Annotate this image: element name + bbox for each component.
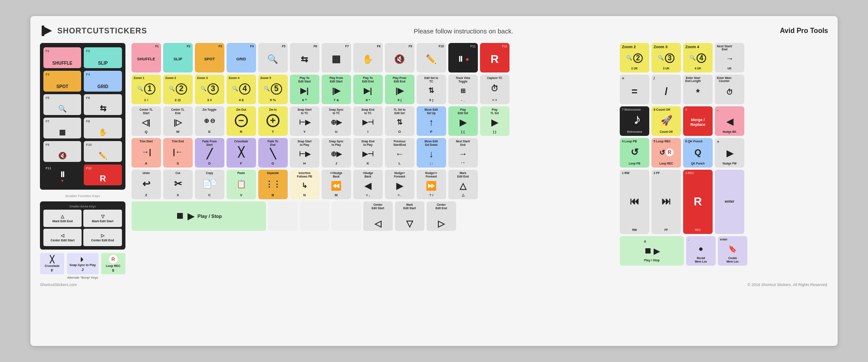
npkey-rec[interactable]: 3 REC R REC — [683, 170, 713, 234]
bump-snap-sync[interactable]: ⏵ Snap Sync to Play J — [67, 253, 99, 274]
key-play-to-edit-start[interactable]: Play ToEdit Start ▶| 6 ^ — [290, 75, 319, 104]
npkey-create-mem-loc[interactable]: enter 🔖 CreateMem Loc — [718, 236, 747, 266]
fkey-grid[interactable]: F4 GRID — [84, 71, 122, 92]
key-play-edit-sel[interactable]: PlayEdit Sel ▶ [ { — [448, 106, 478, 136]
key-center-edit-start[interactable]: CenterEdit Start ◁ — [363, 201, 393, 231]
key-snap-sync-tc[interactable]: Snap Syncto TC ⊕▶ U — [322, 106, 351, 136]
key-nudge-back[interactable]: <NudgeBack ◀ < , — [353, 170, 383, 199]
npkey-enter-main-counter[interactable]: Enter MainCounter ⏱ — [715, 75, 744, 104]
key-insertion-follows-pb[interactable]: InsertionFollows PB ↳ N — [290, 170, 319, 199]
key-previous-start-end[interactable]: PreviousStart/End ← L — [385, 138, 414, 168]
key-paste[interactable]: Paste 📋 V — [227, 170, 256, 199]
key-move-edit-sel-up[interactable]: Move EditSel Up ↑ P — [417, 106, 446, 136]
akey-mark-edit-end[interactable]: △ Mark Edit End — [43, 210, 82, 227]
npkey-zoom4[interactable]: Zoom 4 🔍 4 4 UK — [683, 43, 713, 72]
key-play-to-edit-end[interactable]: Play ToEdit End ▶| 8 * — [353, 75, 383, 104]
fkey-slip[interactable]: F2 SLIP — [84, 47, 122, 68]
key-mark-edit-start[interactable]: MarkEdit Start ▽ — [395, 201, 424, 231]
key-copy[interactable]: Copy 📄📄 C — [195, 170, 224, 199]
npkey-loop-pb[interactable]: 4 Loop PB ↺ Loop PB — [620, 138, 649, 168]
key-play-from-edit-end[interactable]: Play FromEdit End |▶ 9 ( — [385, 75, 414, 104]
akey-center-edit-end[interactable]: ▷ Center Edit End — [83, 229, 122, 246]
key-undo[interactable]: Undo ↩ Z — [132, 170, 161, 199]
key-zoom2[interactable]: Zoom 2 🔍 2 2 @ — [163, 75, 193, 104]
key-play-tl-sel[interactable]: PlayTL Sel ▶ ] } — [480, 106, 510, 136]
akey-center-edit-start[interactable]: ◁ Center Edit Start — [43, 229, 82, 246]
npkey-recall-mem-loc[interactable]: . ● RecallMem Loc — [686, 236, 716, 266]
key-trim-end[interactable]: Trim End |← S — [163, 138, 193, 168]
npkey-slash[interactable]: / / — [651, 75, 681, 104]
key-zoom1[interactable]: Zoom 1 🔍 1 1 ! — [132, 75, 161, 104]
key-nudge-fwd[interactable]: Nudge>Forward ▶ > . — [385, 170, 414, 199]
key-snap-end-tc[interactable]: Snap Endto TC ▶⊣ I — [353, 106, 383, 136]
key-nudge-fwd-dbl[interactable]: Nudge>>Forward ⏩ ? / — [417, 170, 446, 199]
fkey-f7[interactable]: F7 ▦ — [43, 118, 81, 138]
key-track-view-toggle[interactable]: Track ViewToggle ⊞ - _ — [448, 75, 478, 104]
key-mark-edit-end-z[interactable]: MarkEdit End △ △ — [448, 170, 478, 199]
fkey-f9[interactable]: F9 🔇 — [43, 141, 81, 162]
key-grid[interactable]: F4 GRID — [227, 43, 256, 72]
key-f7[interactable]: F7 ▦ — [322, 43, 351, 72]
npkey-loop-rec[interactable]: 5 Loop REC ↺ R Loop REC — [651, 138, 681, 168]
key-slip[interactable]: F2 SLIP — [163, 43, 193, 72]
npkey-nudge-fw[interactable]: + ▶ Nudge FW — [715, 138, 744, 168]
key-snap-end-play[interactable]: Snap Endto Play ▶⊣ K — [353, 138, 383, 168]
key-crossfade[interactable]: Crossfade ╳ F — [227, 138, 256, 168]
key-f12[interactable]: F12 R — [480, 43, 510, 72]
key-center-tl-start[interactable]: Center TLStart ◁| Q — [132, 106, 161, 136]
key-play-stop[interactable]: ⏹ ▶ Play / Stop — [132, 201, 266, 231]
key-zoom5[interactable]: Zoom 5 🔍 5 5 % — [258, 75, 288, 104]
key-shuffle[interactable]: F1 SHUFFLE — [132, 43, 161, 72]
fkey-f12[interactable]: F12 R — [84, 165, 122, 185]
key-separate[interactable]: Separate ⋮⋮ B — [258, 170, 288, 199]
key-next-start-end[interactable]: Next Start/End → ' " — [448, 138, 478, 168]
npkey-metronome[interactable]: 7 Metronome 𝅘𝅥𝅮 Metronome — [620, 106, 649, 136]
key-f10[interactable]: F10 ✏️ — [417, 43, 446, 72]
key-capture-tc[interactable]: Capture TC ⏱ = + — [480, 75, 510, 104]
bump-loop-rec[interactable]: R Loop REC 5 — [101, 253, 125, 274]
key-f8[interactable]: F8 ✋ — [353, 43, 383, 72]
key-fade-from-start[interactable]: Fade FromStart ╱ D — [195, 138, 224, 168]
npkey-equals[interactable]: = = — [620, 75, 649, 104]
bump-crossfade[interactable]: ╳ Crossfade F — [40, 253, 64, 274]
akey-mark-edit-start[interactable]: ▽ Mark Edit Start — [83, 210, 122, 227]
npkey-count-off[interactable]: 8 Count Off 🚀 Count Off — [651, 106, 681, 136]
fkey-f10[interactable]: F10 ✏️ — [84, 141, 122, 162]
fkey-f6[interactable]: F6 ⇆ — [84, 94, 122, 115]
fkey-f11[interactable]: F11 ⏸ ● — [43, 165, 81, 185]
key-zm-toggle[interactable]: Zm Toggle ⊕⊖ E — [195, 106, 224, 136]
key-f11[interactable]: F11 ⏸● — [448, 43, 478, 72]
npkey-merge-replace[interactable]: 9 Merge /Replace — [683, 106, 713, 136]
key-snap-start-play[interactable]: Snap Startto Play ⊢▶ H — [290, 138, 319, 168]
key-zoom4[interactable]: Zoom 4 🔍 4 4 $ — [227, 75, 256, 104]
key-f6[interactable]: F6 ⇆ — [290, 43, 319, 72]
key-play-from-edit-start[interactable]: Play FromEdit Start |▶ 7 & — [322, 75, 351, 104]
npkey-enter[interactable]: enter — [715, 170, 744, 234]
key-fade-to-end[interactable]: Fade ToEnd ╲ G — [258, 138, 288, 168]
key-move-edit-sel-down[interactable]: Move EditSel Down ↓ ; : — [417, 138, 446, 168]
key-spot[interactable]: F3 SPOT — [195, 43, 224, 72]
key-zoom3[interactable]: Zoom 3 🔍 3 3 # — [195, 75, 224, 104]
npkey-qk-punch[interactable]: 6 QK Punch Q QK Punch — [683, 138, 713, 168]
key-nudge-back-dbl[interactable]: <<NudgeBack ⏪ M — [322, 170, 351, 199]
npkey-next-start-end[interactable]: Next Start/End → UK — [715, 43, 744, 72]
key-f5[interactable]: F5 🔍 — [258, 43, 288, 72]
fkey-f5[interactable]: F5 🔍 — [43, 94, 81, 115]
key-trim-start[interactable]: Trim Start →| A — [132, 138, 161, 168]
fkey-spot[interactable]: F3 SPOT — [43, 71, 81, 92]
npkey-zoom2[interactable]: Zoom 2 🔍 2 2 UK — [620, 43, 649, 72]
fkey-shuffle[interactable]: F1 SHUFFLE — [43, 47, 81, 68]
key-tl-sel-edit[interactable]: TL Sel toEdit Sel ⇅ O — [385, 106, 414, 136]
key-snap-start-tc[interactable]: Snap Startto TC ⊢▶ Y — [290, 106, 319, 136]
npkey-nudge-bk[interactable]: - ◀ Nudge BK — [715, 106, 744, 136]
key-center-edit-end[interactable]: CenterEdit End ▷ — [427, 201, 456, 231]
key-center-tl-end[interactable]: Center TLEnd |▷ W — [163, 106, 193, 136]
key-snap-sync-play[interactable]: Snap Syncto Play ⊕▶ J — [322, 138, 351, 168]
npkey-play-stop[interactable]: 0 ⏹ ▶ Play / Stop — [620, 236, 684, 266]
npkey-rw[interactable]: 1 RW ⏮ RW — [620, 170, 649, 234]
key-f9[interactable]: F9 🔇 — [385, 43, 414, 72]
npkey-ff[interactable]: 2 FF ⏭ FF — [651, 170, 681, 234]
npkey-zoom3[interactable]: Zoom 3 🔍 3 3 UK — [651, 43, 681, 72]
key-zm-in[interactable]: Zm In + T — [258, 106, 288, 136]
key-cut[interactable]: Cut ✂ X — [163, 170, 193, 199]
